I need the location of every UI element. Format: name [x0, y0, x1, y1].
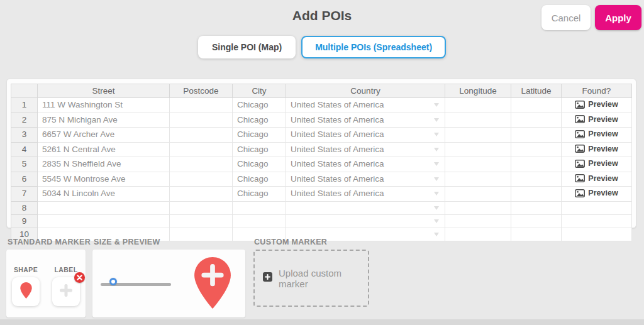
- table-row: 9: [11, 214, 632, 228]
- cell-street[interactable]: [38, 214, 170, 228]
- chevron-down-icon[interactable]: [434, 103, 439, 107]
- cell-latitude[interactable]: [511, 113, 562, 128]
- upload-custom-marker-label: Upload custom marker: [279, 268, 368, 289]
- cell-street[interactable]: 2835 N Sheffield Ave: [38, 157, 170, 172]
- row-number: 8: [11, 201, 38, 214]
- cell-longitude[interactable]: [445, 113, 511, 128]
- cell-country[interactable]: [286, 214, 445, 228]
- cell-postcode[interactable]: [170, 214, 233, 228]
- cell-latitude[interactable]: [511, 172, 562, 187]
- tab-single-poi[interactable]: Single POI (Map): [198, 36, 296, 58]
- cell-street[interactable]: 5261 N Central Ave: [38, 142, 170, 157]
- chevron-down-icon[interactable]: [434, 148, 439, 151]
- cell-country[interactable]: [286, 201, 445, 214]
- cell-city[interactable]: Chicago: [233, 187, 286, 202]
- chevron-down-icon[interactable]: [434, 233, 439, 236]
- col-header-latitude: Latitude: [511, 84, 562, 98]
- size-preview-heading: SIZE & PREVIEW: [94, 238, 160, 246]
- chevron-down-icon[interactable]: [434, 118, 439, 122]
- cell-longitude[interactable]: [445, 214, 511, 228]
- cell-city[interactable]: Chicago: [233, 172, 286, 187]
- cell-country[interactable]: United States of America: [286, 187, 445, 202]
- cell-city[interactable]: Chicago: [233, 157, 286, 172]
- cell-longitude[interactable]: [445, 228, 511, 241]
- cell-longitude[interactable]: [445, 128, 511, 143]
- row-number: 4: [11, 142, 38, 157]
- cell-city[interactable]: Chicago: [233, 98, 286, 113]
- cell-country[interactable]: United States of America: [286, 98, 445, 113]
- cell-longitude[interactable]: [445, 187, 511, 202]
- chevron-down-icon[interactable]: [434, 192, 439, 196]
- apply-button[interactable]: Apply: [595, 5, 641, 30]
- cell-postcode[interactable]: [170, 228, 233, 241]
- cell-longitude[interactable]: [445, 157, 511, 172]
- chevron-down-icon[interactable]: [434, 219, 439, 223]
- tab-multiple-pois[interactable]: Multiple POIs (Spreadsheet): [301, 36, 446, 58]
- cancel-button[interactable]: Cancel: [541, 5, 591, 30]
- cell-postcode[interactable]: [170, 187, 233, 202]
- cell-latitude[interactable]: [511, 201, 562, 214]
- cell-postcode[interactable]: [170, 157, 233, 172]
- chevron-down-icon[interactable]: [434, 133, 439, 136]
- cell-country[interactable]: United States of America: [286, 142, 445, 157]
- standard-marker-heading: STANDARD MARKER: [8, 238, 91, 246]
- cell-street[interactable]: 5545 W Montrose Ave: [38, 172, 170, 187]
- preview-button[interactable]: Preview: [575, 172, 618, 185]
- col-header-street: Street: [38, 84, 170, 98]
- country-value: United States of America: [291, 129, 384, 139]
- remove-label-button[interactable]: [74, 272, 85, 283]
- cell-city[interactable]: [233, 214, 286, 228]
- preview-button[interactable]: Preview: [575, 143, 618, 155]
- size-slider-handle[interactable]: [109, 278, 117, 285]
- cell-latitude[interactable]: [511, 228, 562, 241]
- cell-street[interactable]: 111 W Washington St: [38, 98, 170, 113]
- cell-latitude[interactable]: [511, 128, 562, 143]
- cell-street[interactable]: 5034 N Lincoln Ave: [38, 187, 170, 202]
- chevron-down-icon[interactable]: [434, 206, 439, 210]
- cell-postcode[interactable]: [170, 128, 233, 143]
- cell-latitude[interactable]: [511, 187, 562, 202]
- chevron-down-icon[interactable]: [434, 162, 439, 166]
- cell-city[interactable]: Chicago: [233, 128, 286, 143]
- cell-street[interactable]: 875 N Michigan Ave: [38, 113, 170, 128]
- cell-city[interactable]: Chicago: [233, 113, 286, 128]
- cell-longitude[interactable]: [445, 98, 511, 113]
- cell-longitude[interactable]: [445, 172, 511, 187]
- cell-country[interactable]: United States of America: [286, 172, 445, 187]
- cell-postcode[interactable]: [170, 172, 233, 187]
- cell-postcode[interactable]: [170, 98, 233, 113]
- cell-found: Preview: [562, 128, 632, 143]
- map-pin-icon: [20, 282, 32, 301]
- marker-preview-pin-icon: [194, 257, 231, 311]
- cell-city[interactable]: [233, 201, 286, 214]
- preview-label: Preview: [588, 143, 618, 155]
- upload-custom-marker-dropzone[interactable]: Upload custom marker: [253, 250, 369, 307]
- cell-postcode[interactable]: [170, 201, 233, 214]
- chevron-down-icon[interactable]: [434, 177, 439, 181]
- cell-street[interactable]: [38, 201, 170, 214]
- shape-picker-button[interactable]: [12, 277, 40, 306]
- cell-longitude[interactable]: [445, 142, 511, 157]
- cell-longitude[interactable]: [445, 201, 511, 214]
- row-number: 3: [11, 128, 38, 143]
- cell-postcode[interactable]: [170, 142, 233, 157]
- cell-found: Preview: [562, 157, 632, 172]
- preview-button[interactable]: Preview: [575, 187, 618, 199]
- cell-latitude[interactable]: [511, 214, 562, 228]
- cell-country[interactable]: United States of America: [286, 157, 445, 172]
- cell-latitude[interactable]: [511, 98, 562, 113]
- preview-button[interactable]: Preview: [575, 98, 618, 111]
- cell-country[interactable]: United States of America: [286, 113, 445, 128]
- cell-postcode[interactable]: [170, 113, 233, 128]
- preview-button[interactable]: Preview: [575, 113, 618, 126]
- cell-latitude[interactable]: [511, 142, 562, 157]
- cell-street[interactable]: 6657 W Archer Ave: [38, 128, 170, 143]
- preview-button[interactable]: Preview: [575, 128, 618, 140]
- label-picker-button[interactable]: [52, 277, 80, 306]
- bottom-edge-strip: [0, 319, 644, 325]
- cell-city[interactable]: Chicago: [233, 142, 286, 157]
- shape-option: SHAPE: [12, 266, 40, 317]
- cell-latitude[interactable]: [511, 157, 562, 172]
- preview-button[interactable]: Preview: [575, 157, 618, 170]
- cell-country[interactable]: United States of America: [286, 128, 445, 143]
